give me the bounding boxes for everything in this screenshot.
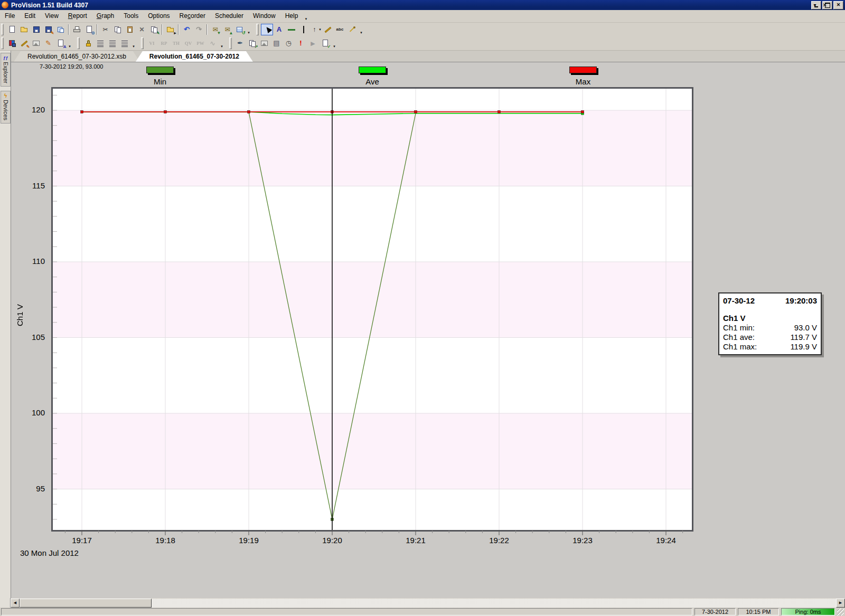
scrollbar-track[interactable] — [20, 599, 836, 608]
resize-grip — [837, 609, 844, 615]
tasks-button[interactable]: ✓ — [319, 37, 331, 49]
menubar-overflow-button[interactable]: ▾ — [303, 10, 309, 23]
menu-file[interactable]: File — [0, 11, 20, 22]
export-button[interactable]: ▸ — [164, 24, 176, 35]
menu-options[interactable]: Options — [143, 11, 174, 22]
clipboard-notes-button[interactable]: ✎ — [148, 24, 160, 35]
close-button[interactable]: ✕ — [833, 1, 843, 10]
menu-report[interactable]: Report — [63, 11, 92, 22]
copy-to-window-button[interactable] — [54, 24, 67, 35]
alert-button[interactable]: ! — [295, 37, 307, 49]
graph-properties-button[interactable]: A — [54, 37, 67, 49]
toolbar-row-2-overflow-button[interactable]: ▾ — [130, 37, 137, 50]
infobox-time: 19:20:03 — [785, 296, 817, 305]
cut-button[interactable]: ✂ — [99, 24, 111, 35]
edit-annotation-button[interactable]: ✎ — [42, 37, 54, 49]
toolbar-grip[interactable] — [77, 37, 80, 49]
x-axis-ticks — [51, 530, 693, 537]
toolbar-row-1-overflow-button[interactable]: ▾ — [358, 23, 364, 36]
run-button[interactable]: ▶ — [307, 37, 319, 49]
menu-window[interactable]: Window — [248, 11, 280, 22]
sidebar-tab-devices[interactable]: ϟDevices — [1, 91, 11, 124]
import-data-button[interactable]: ✉▼ — [209, 24, 221, 35]
scroll-right-button[interactable]: ▶ — [836, 599, 845, 608]
toolbar-row-1-overflow-button[interactable]: ▾ — [246, 23, 252, 36]
menu-edit[interactable]: Edit — [20, 11, 40, 22]
undo-button[interactable]: ↶ — [181, 24, 193, 35]
infobox-row-label: Ch1 ave: — [723, 333, 755, 342]
menu-help[interactable]: Help — [280, 11, 303, 22]
toolbar-separator — [97, 24, 98, 35]
chart-canvas[interactable] — [53, 89, 692, 530]
preview-icon: ⊙ — [85, 25, 93, 34]
toolbar-grip[interactable] — [1, 24, 4, 35]
sidebar-tab-explorer[interactable]: ƒƒExplorer — [1, 53, 11, 87]
toolbar-grip[interactable] — [229, 37, 232, 49]
vline-tool-button[interactable] — [297, 24, 309, 35]
y-tick-label: 105 — [17, 333, 45, 342]
abc-icon: abc — [336, 25, 344, 34]
align-right-button[interactable] — [118, 37, 130, 49]
hline-tool-button[interactable] — [285, 24, 297, 35]
print-preview-button[interactable]: ⊙ — [83, 24, 95, 35]
scroll-left-button[interactable]: ◀ — [11, 599, 20, 608]
new-icon — [8, 25, 16, 34]
tab-strip: Revolution_61465_07-30-2012.xsbRevolutio… — [0, 50, 845, 62]
document-tab-2[interactable]: Revolution_61465_07-30-2012 — [136, 51, 253, 62]
arrow-tool-button[interactable]: ↑▾ — [309, 24, 322, 35]
text-tool-button[interactable]: A — [273, 24, 285, 35]
export-data-button[interactable]: ✉▲ — [221, 24, 233, 35]
print-button[interactable] — [71, 24, 83, 35]
paste-button[interactable] — [124, 24, 136, 35]
x-tick-label: 19:21 — [399, 536, 432, 545]
delete-button[interactable]: ✕ — [136, 24, 148, 35]
toolbar-grip[interactable] — [1, 37, 4, 49]
new-button[interactable] — [6, 24, 18, 35]
open-icon — [20, 25, 29, 34]
align-left-button[interactable] — [94, 37, 106, 49]
menu-graph[interactable]: Graph — [92, 11, 119, 22]
x-tick-label: 19:24 — [650, 536, 682, 545]
label-tool-button[interactable]: abc — [334, 24, 346, 35]
infobox-row-value: 93.0 V — [794, 323, 817, 332]
cursor-infobox: 07-30-12 19:20:03 Ch1 V Ch1 min:93.0 VCh… — [718, 292, 822, 355]
graph-layout-button[interactable] — [6, 37, 18, 49]
save-button[interactable] — [30, 24, 42, 35]
toolbar-row-2-overflow-button[interactable]: ▾ — [67, 37, 73, 50]
pointer-tool-button[interactable] — [261, 24, 273, 35]
open-button[interactable] — [18, 24, 30, 35]
save-as-button[interactable]: ✎ — [42, 24, 54, 35]
x-tick-label: 19:20 — [316, 536, 349, 545]
pin-tool-button[interactable] — [346, 24, 358, 35]
document-tab-1[interactable]: Revolution_61465_07-30-2012.xsb — [14, 51, 140, 62]
toolbar-grip[interactable] — [256, 24, 259, 35]
tab-list-button[interactable]: ▾ — [814, 2, 816, 8]
graph-area: 7-30-2012 19:20, 93.000 MinAveMax 120115… — [11, 62, 845, 599]
menu-view[interactable]: View — [40, 11, 63, 22]
menu-scheduler[interactable]: Scheduler — [210, 11, 248, 22]
copy-button[interactable] — [111, 24, 124, 35]
undo-icon: ↶ — [183, 25, 191, 34]
report-view-button[interactable]: ▤ — [270, 37, 283, 49]
line-tool-button[interactable] — [322, 24, 334, 35]
signature-button[interactable]: ✒ — [234, 37, 246, 49]
copy-image-button[interactable] — [30, 37, 42, 49]
measure-tool-button[interactable]: ✎ — [18, 37, 30, 49]
redo-icon: ↷ — [195, 25, 203, 34]
toolbar-row-2-overflow-button[interactable]: ▾ — [219, 37, 225, 50]
menu-tools[interactable]: Tools — [119, 11, 143, 22]
menu-recorder[interactable]: Recorder — [175, 11, 210, 22]
lock-button[interactable] — [82, 37, 94, 49]
scrollbar-thumb[interactable] — [20, 599, 152, 608]
toolbar-grip[interactable] — [141, 37, 144, 49]
schedule-button[interactable]: ◷ — [283, 37, 295, 49]
toolbar-row-2-overflow-button[interactable]: ▾ — [331, 37, 337, 50]
align-center-button[interactable] — [106, 37, 118, 49]
report-image-button[interactable] — [258, 37, 270, 49]
report-export-button[interactable]: ↗ — [246, 37, 258, 49]
app-icon — [2, 2, 8, 8]
close-tab-button[interactable]: ✕ — [823, 2, 827, 8]
plot-area[interactable] — [51, 87, 693, 532]
x-tick-label: 19:17 — [65, 536, 98, 545]
refresh-data-button[interactable]: ↺ — [233, 24, 246, 35]
